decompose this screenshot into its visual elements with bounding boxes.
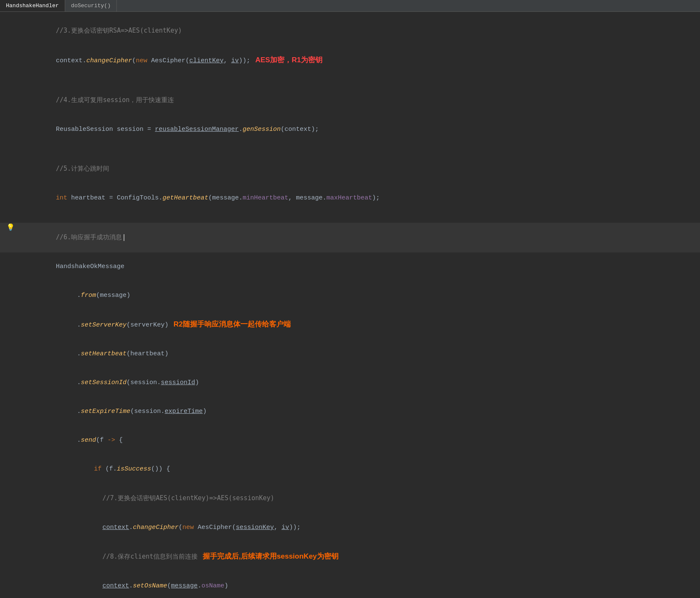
line-content: //4.生成可复用session，用于快速重连 bbox=[21, 86, 700, 115]
tab-bar: HandshakeHandler doSecurity() bbox=[0, 0, 700, 12]
tab-do-security[interactable]: doSecurity() bbox=[65, 0, 117, 11]
code-line bbox=[0, 144, 700, 154]
line-content: //6.响应握手成功消息 bbox=[21, 223, 700, 252]
code-line: ReusableSession session = reusableSessio… bbox=[0, 115, 700, 144]
line-content: .setHeartbeat(heartbeat) bbox=[21, 340, 700, 368]
window: HandshakeHandler doSecurity() //3.更换会话密钥… bbox=[0, 0, 700, 598]
code-line: //5.计算心跳时间 bbox=[0, 154, 700, 184]
code-line: context.changeCipher(new AesCipher(sessi… bbox=[0, 513, 700, 542]
line-content: .setExpireTime(session.expireTime) bbox=[21, 398, 700, 426]
code-line: HandshakeOkMessage bbox=[0, 252, 700, 281]
code-line: //4.生成可复用session，用于快速重连 bbox=[0, 86, 700, 115]
line-content: //5.计算心跳时间 bbox=[21, 155, 700, 183]
code-line-cursor: 💡 //6.响应握手成功消息 bbox=[0, 223, 700, 252]
code-line: .setServerKey(serverKey)R2随握手响应消息体一起传给客户… bbox=[0, 310, 700, 340]
line-content: int heartbeat = ConfigTools.getHeartbeat… bbox=[21, 184, 700, 212]
code-line bbox=[0, 75, 700, 86]
code-line: //8.保存client信息到当前连接握手完成后,后续请求用sessionKey… bbox=[0, 542, 700, 572]
line-content: context.changeCipher(new AesCipher(sessi… bbox=[21, 514, 700, 542]
code-line bbox=[0, 213, 700, 223]
gutter-icon: 💡 bbox=[0, 223, 21, 233]
code-line: .send(f -> { bbox=[0, 426, 700, 455]
line-content: //3.更换会话密钥RSA=>AES(clientKey) bbox=[21, 17, 700, 45]
line-content bbox=[21, 76, 700, 85]
line-content: if (f.isSuccess()) { bbox=[21, 455, 700, 483]
code-line: context.changeCipher(new AesCipher(clien… bbox=[0, 46, 700, 75]
tab-handshake-handler[interactable]: HandshakeHandler bbox=[0, 0, 65, 11]
code-line: //3.更换会话密钥RSA=>AES(clientKey) bbox=[0, 16, 700, 46]
code-line: .setHeartbeat(heartbeat) bbox=[0, 340, 700, 368]
line-content bbox=[21, 213, 700, 222]
code-line: //7.更换会话密钥AES(clientKey)=>AES(sessionKey… bbox=[0, 484, 700, 513]
line-content: .setSessionId(session.sessionId) bbox=[21, 369, 700, 397]
line-content: context.setOsName(message.osName) bbox=[21, 572, 700, 598]
lightbulb-icon[interactable]: 💡 bbox=[6, 223, 15, 233]
line-content bbox=[21, 144, 700, 154]
line-content: HandshakeOkMessage bbox=[21, 253, 700, 281]
code-line: .setSessionId(session.sessionId) bbox=[0, 368, 700, 397]
code-line: .setExpireTime(session.expireTime) bbox=[0, 397, 700, 426]
line-content: //7.更换会话密钥AES(clientKey)=>AES(sessionKey… bbox=[21, 484, 700, 513]
line-content: .from(message) bbox=[21, 282, 700, 310]
line-content: context.changeCipher(new AesCipher(clien… bbox=[21, 46, 700, 75]
line-content: .setServerKey(serverKey)R2随握手响应消息体一起传给客户… bbox=[21, 310, 700, 339]
line-content: ReusableSession session = reusableSessio… bbox=[21, 116, 700, 144]
code-area: //3.更换会话密钥RSA=>AES(clientKey) context.ch… bbox=[0, 12, 700, 598]
line-content: //8.保存client信息到当前连接握手完成后,后续请求用sessionKey… bbox=[21, 543, 700, 571]
line-content: .send(f -> { bbox=[21, 426, 700, 454]
code-line: int heartbeat = ConfigTools.getHeartbeat… bbox=[0, 184, 700, 213]
code-line: .from(message) bbox=[0, 281, 700, 310]
code-line: context.setOsName(message.osName) bbox=[0, 572, 700, 598]
code-line: if (f.isSuccess()) { bbox=[0, 455, 700, 484]
